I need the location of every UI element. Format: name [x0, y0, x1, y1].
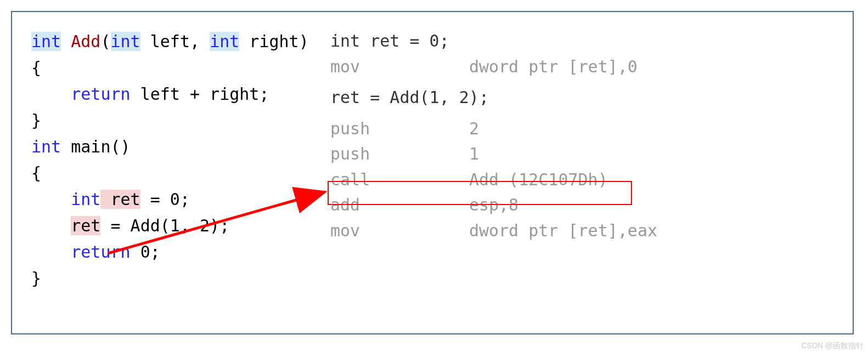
asm-op: mov [330, 221, 360, 240]
asm-push: push 2 [330, 116, 835, 142]
asm-c-line: int ret = 0; [330, 29, 835, 54]
asm-add: add esp,8 [330, 192, 835, 218]
left-code-panel: int Add(int left, int right) { return le… [31, 29, 328, 292]
var-decl: int ret = 0; [31, 186, 328, 213]
asm-arg: esp,8 [469, 195, 518, 214]
watermark: CSDN @函数指针 [801, 341, 864, 351]
return-zero-text: 0; [131, 242, 160, 262]
asm-op: mov [330, 57, 360, 76]
code-line-return: return left + right; [31, 81, 328, 107]
var-ret: ret [71, 216, 100, 235]
param-left: left, [140, 32, 210, 51]
paren-open: ( [100, 32, 110, 51]
param-right: right) [239, 32, 308, 51]
code-container: int Add(int left, int right) { return le… [11, 11, 854, 334]
return-zero: return 0; [31, 239, 328, 265]
call-text: = Add [100, 216, 160, 235]
asm-op: call [330, 170, 370, 189]
asm-arg: Add (12C107Dh) [469, 170, 608, 189]
brace-open: { [31, 160, 328, 186]
fn-add: Add [61, 32, 100, 51]
main-decl: int main() [31, 134, 328, 160]
call-line: ret = Add(1, 2); [31, 213, 328, 239]
kw-int: int [31, 32, 61, 51]
asm-push: push 1 [330, 141, 835, 167]
kw-return: return [71, 84, 130, 104]
kw-int: int [111, 32, 140, 51]
kw-int: int [210, 32, 239, 51]
brace-close: } [31, 107, 328, 134]
code-line-1: int Add(int left, int right) [31, 29, 328, 55]
asm-arg: 1 [469, 144, 479, 163]
asm-arg: 2 [469, 119, 479, 138]
asm-call: call Add (12C107Dh) [330, 167, 835, 193]
brace-open: { [31, 55, 328, 81]
asm-mov: mov dword ptr [ret],0 [330, 54, 835, 80]
var-ret: ret [100, 190, 140, 209]
asm-c-line: ret = Add(1, 2); [330, 85, 835, 111]
call-args: (1, 2); [160, 216, 229, 235]
kw-int: int [71, 190, 100, 209]
kw-int: int [31, 137, 61, 156]
assign-zero: = 0; [140, 190, 190, 209]
asm-op: push [330, 119, 370, 138]
asm-op: add [330, 195, 360, 214]
right-asm-panel: int ret = 0; mov dword ptr [ret],0 ret =… [330, 29, 835, 243]
asm-arg: dword ptr [ret],eax [469, 221, 657, 240]
return-expr: left + right; [131, 84, 269, 104]
main-text: main() [61, 137, 130, 156]
asm-arg: dword ptr [ret],0 [469, 57, 638, 76]
kw-return: return [71, 242, 130, 262]
brace-close: } [31, 265, 328, 292]
asm-op: push [330, 144, 370, 163]
asm-mov: mov dword ptr [ret],eax [330, 218, 835, 244]
